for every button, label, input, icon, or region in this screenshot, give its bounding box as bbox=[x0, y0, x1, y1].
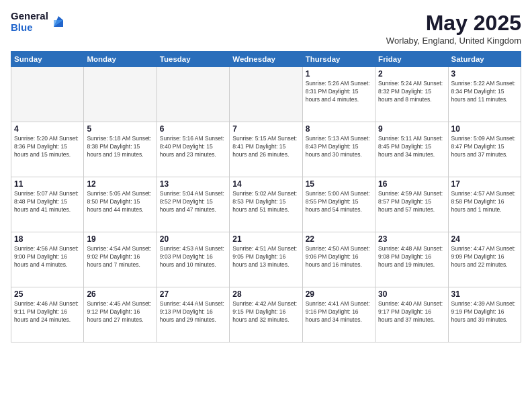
day-info: Sunrise: 4:50 AM Sunset: 9:06 PM Dayligh… bbox=[306, 245, 372, 269]
col-sunday: Sunday bbox=[11, 52, 84, 67]
day-info: Sunrise: 5:15 AM Sunset: 8:41 PM Dayligh… bbox=[232, 135, 299, 159]
day-number: 24 bbox=[451, 234, 518, 244]
table-row bbox=[230, 67, 302, 122]
table-row: 16Sunrise: 4:59 AM Sunset: 8:57 PM Dayli… bbox=[375, 177, 448, 232]
day-number: 15 bbox=[306, 179, 372, 189]
table-row: 8Sunrise: 5:13 AM Sunset: 8:43 PM Daylig… bbox=[302, 122, 375, 177]
calendar-week-row: 4Sunrise: 5:20 AM Sunset: 8:36 PM Daylig… bbox=[11, 122, 521, 177]
table-row: 15Sunrise: 5:00 AM Sunset: 8:55 PM Dayli… bbox=[302, 177, 375, 232]
day-info: Sunrise: 5:22 AM Sunset: 8:34 PM Dayligh… bbox=[451, 80, 518, 104]
table-row bbox=[84, 67, 157, 122]
day-number: 6 bbox=[160, 124, 226, 134]
day-number: 2 bbox=[378, 69, 445, 79]
day-info: Sunrise: 4:59 AM Sunset: 8:57 PM Dayligh… bbox=[378, 190, 445, 214]
day-number: 1 bbox=[306, 69, 372, 79]
day-info: Sunrise: 4:45 AM Sunset: 9:12 PM Dayligh… bbox=[87, 300, 153, 324]
day-info: Sunrise: 5:26 AM Sunset: 8:31 PM Dayligh… bbox=[306, 80, 372, 104]
table-row: 30Sunrise: 4:40 AM Sunset: 9:17 PM Dayli… bbox=[375, 287, 448, 342]
table-row: 22Sunrise: 4:50 AM Sunset: 9:06 PM Dayli… bbox=[302, 232, 375, 287]
table-row: 10Sunrise: 5:09 AM Sunset: 8:47 PM Dayli… bbox=[448, 122, 521, 177]
day-info: Sunrise: 5:05 AM Sunset: 8:50 PM Dayligh… bbox=[87, 190, 153, 214]
day-info: Sunrise: 4:44 AM Sunset: 9:13 PM Dayligh… bbox=[160, 300, 226, 324]
calendar-week-row: 11Sunrise: 5:07 AM Sunset: 8:48 PM Dayli… bbox=[11, 177, 521, 232]
day-info: Sunrise: 4:57 AM Sunset: 8:58 PM Dayligh… bbox=[451, 190, 518, 214]
col-monday: Monday bbox=[84, 52, 157, 67]
table-row: 11Sunrise: 5:07 AM Sunset: 8:48 PM Dayli… bbox=[11, 177, 84, 232]
day-info: Sunrise: 4:46 AM Sunset: 9:11 PM Dayligh… bbox=[14, 300, 81, 324]
table-row: 28Sunrise: 4:42 AM Sunset: 9:15 PM Dayli… bbox=[230, 287, 302, 342]
day-info: Sunrise: 5:18 AM Sunset: 8:38 PM Dayligh… bbox=[87, 135, 153, 159]
day-info: Sunrise: 4:56 AM Sunset: 9:00 PM Dayligh… bbox=[14, 245, 81, 269]
day-info: Sunrise: 5:07 AM Sunset: 8:48 PM Dayligh… bbox=[14, 190, 81, 214]
table-row: 13Sunrise: 5:04 AM Sunset: 8:52 PM Dayli… bbox=[157, 177, 229, 232]
table-row: 26Sunrise: 4:45 AM Sunset: 9:12 PM Dayli… bbox=[84, 287, 157, 342]
table-row: 14Sunrise: 5:02 AM Sunset: 8:53 PM Dayli… bbox=[230, 177, 302, 232]
table-row: 5Sunrise: 5:18 AM Sunset: 8:38 PM Daylig… bbox=[84, 122, 157, 177]
day-number: 8 bbox=[306, 124, 372, 134]
table-row: 9Sunrise: 5:11 AM Sunset: 8:45 PM Daylig… bbox=[375, 122, 448, 177]
table-row: 31Sunrise: 4:39 AM Sunset: 9:19 PM Dayli… bbox=[448, 287, 521, 342]
calendar-table: Sunday Monday Tuesday Wednesday Thursday… bbox=[11, 51, 521, 342]
table-row: 29Sunrise: 4:41 AM Sunset: 9:16 PM Dayli… bbox=[302, 287, 375, 342]
logo-icon bbox=[51, 15, 66, 30]
day-number: 31 bbox=[451, 289, 518, 299]
table-row: 27Sunrise: 4:44 AM Sunset: 9:13 PM Dayli… bbox=[157, 287, 229, 342]
day-number: 9 bbox=[378, 124, 445, 134]
day-number: 11 bbox=[14, 179, 81, 189]
day-info: Sunrise: 4:42 AM Sunset: 9:15 PM Dayligh… bbox=[232, 300, 299, 324]
day-number: 25 bbox=[14, 289, 81, 299]
day-number: 5 bbox=[87, 124, 153, 134]
day-number: 22 bbox=[306, 234, 372, 244]
table-row: 4Sunrise: 5:20 AM Sunset: 8:36 PM Daylig… bbox=[11, 122, 84, 177]
day-info: Sunrise: 4:40 AM Sunset: 9:17 PM Dayligh… bbox=[378, 300, 445, 324]
table-row: 7Sunrise: 5:15 AM Sunset: 8:41 PM Daylig… bbox=[230, 122, 302, 177]
table-row bbox=[157, 67, 229, 122]
day-info: Sunrise: 5:02 AM Sunset: 8:53 PM Dayligh… bbox=[232, 190, 299, 214]
day-number: 7 bbox=[232, 124, 299, 134]
logo-blue: Blue bbox=[11, 22, 48, 34]
day-number: 23 bbox=[378, 234, 445, 244]
table-row: 24Sunrise: 4:47 AM Sunset: 9:09 PM Dayli… bbox=[448, 232, 521, 287]
day-info: Sunrise: 4:48 AM Sunset: 9:08 PM Dayligh… bbox=[378, 245, 445, 269]
col-wednesday: Wednesday bbox=[230, 52, 302, 67]
table-row: 19Sunrise: 4:54 AM Sunset: 9:02 PM Dayli… bbox=[84, 232, 157, 287]
table-row: 21Sunrise: 4:51 AM Sunset: 9:05 PM Dayli… bbox=[230, 232, 302, 287]
day-info: Sunrise: 5:16 AM Sunset: 8:40 PM Dayligh… bbox=[160, 135, 226, 159]
table-row: 18Sunrise: 4:56 AM Sunset: 9:00 PM Dayli… bbox=[11, 232, 84, 287]
col-tuesday: Tuesday bbox=[157, 52, 229, 67]
day-info: Sunrise: 5:20 AM Sunset: 8:36 PM Dayligh… bbox=[14, 135, 81, 159]
day-number: 27 bbox=[160, 289, 226, 299]
day-number: 29 bbox=[306, 289, 372, 299]
table-row: 1Sunrise: 5:26 AM Sunset: 8:31 PM Daylig… bbox=[302, 67, 375, 122]
day-info: Sunrise: 5:24 AM Sunset: 8:32 PM Dayligh… bbox=[378, 80, 445, 104]
title-block: May 2025 Worlaby, England, United Kingdo… bbox=[386, 11, 521, 46]
day-info: Sunrise: 5:04 AM Sunset: 8:52 PM Dayligh… bbox=[160, 190, 226, 214]
day-number: 13 bbox=[160, 179, 226, 189]
day-number: 17 bbox=[451, 179, 518, 189]
day-info: Sunrise: 4:54 AM Sunset: 9:02 PM Dayligh… bbox=[87, 245, 153, 269]
col-saturday: Saturday bbox=[448, 52, 521, 67]
day-info: Sunrise: 5:11 AM Sunset: 8:45 PM Dayligh… bbox=[378, 135, 445, 159]
table-row: 25Sunrise: 4:46 AM Sunset: 9:11 PM Dayli… bbox=[11, 287, 84, 342]
day-info: Sunrise: 4:51 AM Sunset: 9:05 PM Dayligh… bbox=[232, 245, 299, 269]
col-friday: Friday bbox=[375, 52, 448, 67]
table-row: 12Sunrise: 5:05 AM Sunset: 8:50 PM Dayli… bbox=[84, 177, 157, 232]
day-info: Sunrise: 4:41 AM Sunset: 9:16 PM Dayligh… bbox=[306, 300, 372, 324]
day-info: Sunrise: 5:09 AM Sunset: 8:47 PM Dayligh… bbox=[451, 135, 518, 159]
table-row: 23Sunrise: 4:48 AM Sunset: 9:08 PM Dayli… bbox=[375, 232, 448, 287]
day-info: Sunrise: 5:00 AM Sunset: 8:55 PM Dayligh… bbox=[306, 190, 372, 214]
calendar-header-row: Sunday Monday Tuesday Wednesday Thursday… bbox=[11, 52, 521, 67]
table-row: 17Sunrise: 4:57 AM Sunset: 8:58 PM Dayli… bbox=[448, 177, 521, 232]
day-number: 30 bbox=[378, 289, 445, 299]
day-number: 10 bbox=[451, 124, 518, 134]
logo-general: General bbox=[11, 11, 48, 22]
logo-text: General Blue bbox=[11, 11, 48, 33]
calendar-week-row: 1Sunrise: 5:26 AM Sunset: 8:31 PM Daylig… bbox=[11, 67, 521, 122]
main-title: May 2025 bbox=[386, 11, 521, 36]
logo: General Blue bbox=[11, 11, 66, 33]
calendar-week-row: 25Sunrise: 4:46 AM Sunset: 9:11 PM Dayli… bbox=[11, 287, 521, 342]
day-number: 26 bbox=[87, 289, 153, 299]
day-number: 3 bbox=[451, 69, 518, 79]
day-number: 28 bbox=[232, 289, 299, 299]
day-number: 21 bbox=[232, 234, 299, 244]
